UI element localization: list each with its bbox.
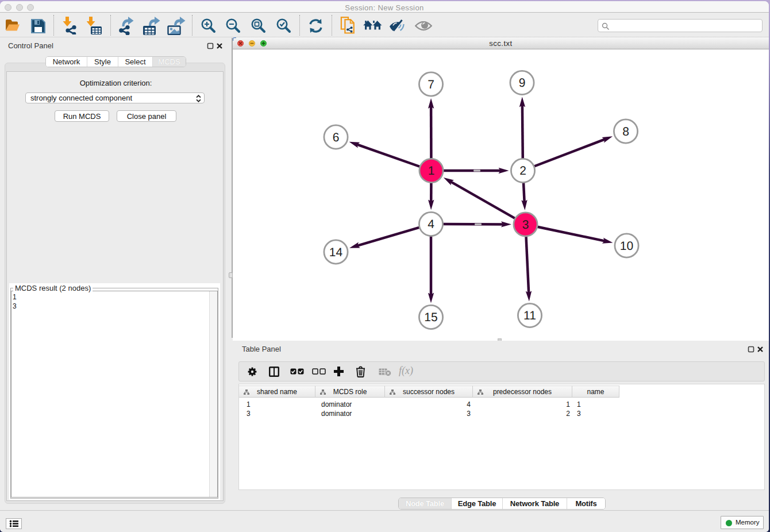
svg-text:4: 4: [428, 218, 434, 231]
svg-text:7: 7: [428, 78, 434, 91]
svg-text:1: 1: [428, 164, 435, 178]
svg-text:6: 6: [333, 131, 340, 144]
svg-text:15: 15: [424, 311, 437, 324]
svg-text:10: 10: [620, 240, 633, 253]
svg-text:8: 8: [622, 125, 629, 138]
svg-text:2: 2: [519, 164, 526, 178]
svg-text:3: 3: [522, 218, 529, 232]
svg-text:14: 14: [329, 246, 343, 259]
svg-text:11: 11: [523, 309, 536, 322]
svg-text:9: 9: [519, 76, 526, 90]
